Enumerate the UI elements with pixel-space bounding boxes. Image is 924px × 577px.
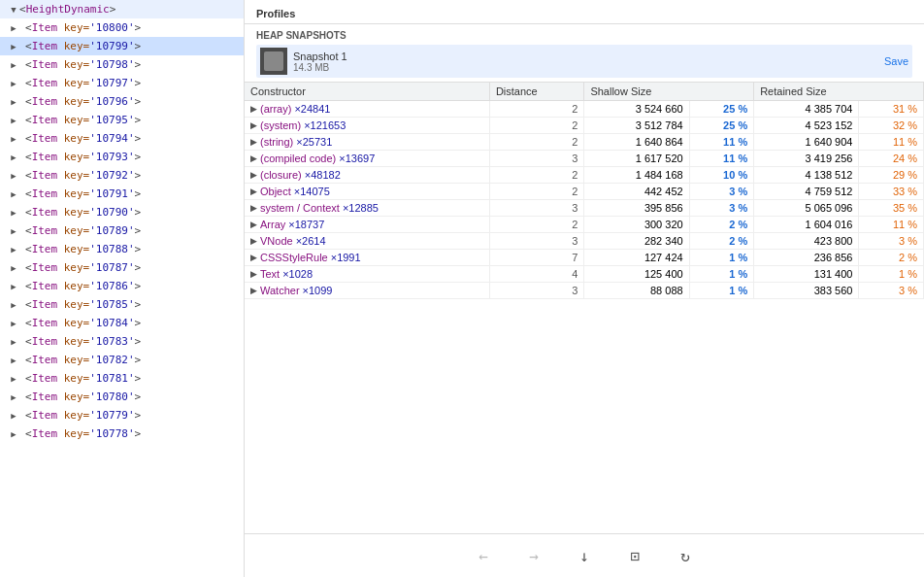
- tree-item-10778[interactable]: ▶<Item key='10778'>: [0, 424, 244, 443]
- snapshot-row[interactable]: Snapshot 1 14.3 MB Save: [256, 45, 912, 78]
- item-arrow: ▶: [8, 22, 19, 34]
- item-arrow: ▶: [8, 115, 19, 126]
- tree-item-10798[interactable]: ▶<Item key='10798'>: [0, 55, 244, 74]
- root-expand-arrow: ▼: [8, 4, 19, 16]
- tree-item-10780[interactable]: ▶<Item key='10780'>: [0, 388, 244, 406]
- screenshot-button[interactable]: ⊡: [621, 542, 648, 569]
- table-row[interactable]: ▶Object ×140752442 4523 %4 759 51233 %: [245, 184, 924, 200]
- bottom-toolbar: ← → ↓ ⊡ ↻: [245, 533, 924, 577]
- tree-item-10788[interactable]: ▶<Item key='10788'>: [0, 240, 244, 258]
- item-arrow: ▶: [8, 410, 19, 422]
- row-expand-arrow[interactable]: ▶: [250, 286, 257, 295]
- item-arrow: ▶: [8, 355, 19, 366]
- row-expand-arrow[interactable]: ▶: [250, 137, 257, 147]
- heap-snapshots-label: HEAP SNAPSHOTS: [256, 30, 912, 41]
- item-arrow: ▶: [8, 170, 19, 182]
- tree-item-10794[interactable]: ▶<Item key='10794'>: [0, 129, 244, 148]
- snapshot-size: 14.3 MB: [293, 62, 884, 73]
- table-row[interactable]: ▶system / Context ×128853395 8563 %5 065…: [245, 200, 924, 217]
- tree-item-10799[interactable]: ▶<Item key='10799'>: [0, 37, 244, 55]
- tree-items-container: ▶<Item key='10800'>▶<Item key='10799'>▶<…: [0, 18, 244, 443]
- tree-item-10783[interactable]: ▶<Item key='10783'>: [0, 332, 244, 351]
- tree-item-10779[interactable]: ▶<Item key='10779'>: [0, 406, 244, 424]
- tree-item-10789[interactable]: ▶<Item key='10789'>: [0, 221, 244, 240]
- item-arrow: ▶: [8, 188, 19, 200]
- snapshot-icon-inner: [264, 51, 283, 71]
- tree-item-10795[interactable]: ▶<Item key='10795'>: [0, 111, 244, 129]
- item-arrow: ▶: [8, 299, 19, 311]
- snapshot-save-button[interactable]: Save: [884, 55, 908, 67]
- tree-item-10786[interactable]: ▶<Item key='10786'>: [0, 277, 244, 295]
- item-arrow: ▶: [8, 41, 19, 52]
- table-row[interactable]: ▶(compiled code) ×1369731 617 52011 %3 4…: [245, 151, 924, 167]
- row-expand-arrow[interactable]: ▶: [250, 253, 257, 262]
- row-expand-arrow[interactable]: ▶: [250, 104, 257, 114]
- right-panel: Profiles HEAP SNAPSHOTS Snapshot 1 14.3 …: [245, 0, 924, 577]
- item-arrow: ▶: [8, 428, 19, 440]
- table-row[interactable]: ▶Text ×10284125 4001 %131 4001 %: [245, 266, 924, 283]
- tree-item-10785[interactable]: ▶<Item key='10785'>: [0, 295, 244, 314]
- snapshot-name: Snapshot 1: [293, 51, 884, 62]
- download-button[interactable]: ↓: [571, 542, 598, 569]
- tree-item-10792[interactable]: ▶<Item key='10792'>: [0, 166, 244, 185]
- col-retained-size[interactable]: Retained Size: [754, 83, 924, 101]
- table-row[interactable]: ▶(system) ×12165323 512 78425 %4 523 152…: [245, 118, 924, 134]
- col-constructor[interactable]: Constructor: [245, 83, 489, 101]
- item-arrow: ▶: [8, 96, 19, 108]
- item-arrow: ▶: [8, 78, 19, 89]
- col-distance[interactable]: Distance: [489, 83, 584, 101]
- snapshot-icon: [260, 48, 287, 75]
- table-row[interactable]: ▶CSSStyleRule ×19917127 4241 %236 8562 %: [245, 250, 924, 266]
- tree-item-10784[interactable]: ▶<Item key='10784'>: [0, 314, 244, 332]
- item-arrow: ▶: [8, 318, 19, 329]
- item-arrow: ▶: [8, 244, 19, 255]
- data-table-container: Constructor Distance Shallow Size Retain…: [245, 83, 924, 533]
- tree-item-10781[interactable]: ▶<Item key='10781'>: [0, 369, 244, 388]
- item-arrow: ▶: [8, 207, 19, 219]
- tree-item-10787[interactable]: ▶<Item key='10787'>: [0, 258, 244, 277]
- item-arrow: ▶: [8, 336, 19, 348]
- tree-root-item[interactable]: ▼ <HeightDynamic>: [0, 0, 244, 18]
- item-arrow: ▶: [8, 281, 19, 292]
- item-arrow: ▶: [8, 225, 19, 237]
- item-arrow: ▶: [8, 262, 19, 274]
- table-row[interactable]: ▶Watcher ×1099388 0881 %383 5603 %: [245, 283, 924, 299]
- profiles-header: Profiles: [245, 0, 924, 24]
- row-expand-arrow[interactable]: ▶: [250, 220, 257, 229]
- profiles-label: Profiles: [256, 8, 295, 19]
- row-expand-arrow[interactable]: ▶: [250, 153, 257, 163]
- item-arrow: ▶: [8, 373, 19, 385]
- tree-item-10782[interactable]: ▶<Item key='10782'>: [0, 351, 244, 369]
- heap-snapshots-section: HEAP SNAPSHOTS Snapshot 1 14.3 MB Save: [245, 24, 924, 83]
- snapshot-info: Snapshot 1 14.3 MB: [293, 51, 884, 73]
- tree-item-10796[interactable]: ▶<Item key='10796'>: [0, 92, 244, 111]
- tree-item-10800[interactable]: ▶<Item key='10800'>: [0, 18, 244, 37]
- row-expand-arrow[interactable]: ▶: [250, 170, 257, 180]
- tree-item-10793[interactable]: ▶<Item key='10793'>: [0, 148, 244, 166]
- forward-button[interactable]: →: [520, 542, 547, 569]
- table-row[interactable]: ▶Array ×187372300 3202 %1 604 01611 %: [245, 217, 924, 233]
- tree-item-10791[interactable]: ▶<Item key='10791'>: [0, 185, 244, 203]
- left-panel: ▼ <HeightDynamic> ▶<Item key='10800'>▶<I…: [0, 0, 245, 577]
- row-expand-arrow[interactable]: ▶: [250, 187, 257, 196]
- item-arrow: ▶: [8, 391, 19, 403]
- item-arrow: ▶: [8, 152, 19, 163]
- table-row[interactable]: ▶(string) ×2573121 640 86411 %1 640 9041…: [245, 134, 924, 151]
- table-body: ▶(array) ×2484123 524 66025 %4 385 70431…: [245, 101, 924, 299]
- row-expand-arrow[interactable]: ▶: [250, 236, 257, 246]
- table-row[interactable]: ▶VNode ×26143282 3402 %423 8003 %: [245, 233, 924, 250]
- row-expand-arrow[interactable]: ▶: [250, 203, 257, 213]
- back-button[interactable]: ←: [470, 542, 497, 569]
- tree-item-10797[interactable]: ▶<Item key='10797'>: [0, 74, 244, 92]
- table-row[interactable]: ▶(array) ×2484123 524 66025 %4 385 70431…: [245, 101, 924, 118]
- row-expand-arrow[interactable]: ▶: [250, 120, 257, 130]
- tree-item-10790[interactable]: ▶<Item key='10790'>: [0, 203, 244, 221]
- col-shallow-size[interactable]: Shallow Size: [584, 83, 754, 101]
- item-arrow: ▶: [8, 133, 19, 145]
- screenshot-icon: ⊡: [630, 547, 640, 565]
- row-expand-arrow[interactable]: ▶: [250, 269, 257, 279]
- table-row[interactable]: ▶(closure) ×4818221 484 16810 %4 138 512…: [245, 167, 924, 184]
- item-arrow: ▶: [8, 59, 19, 71]
- data-table: Constructor Distance Shallow Size Retain…: [245, 83, 924, 299]
- refresh-button[interactable]: ↻: [672, 542, 699, 569]
